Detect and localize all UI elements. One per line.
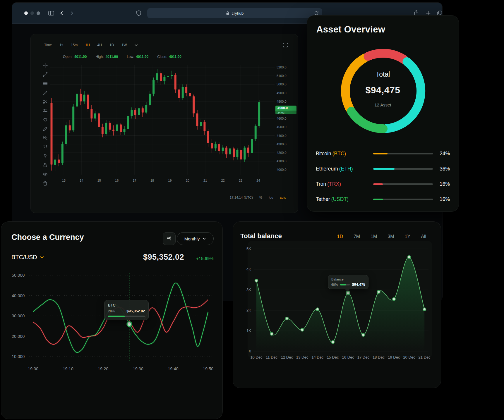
currency-panel: Choose a Currency Monthly BTC/USD $95,35… xyxy=(1,221,223,419)
asset-row-bitcoin[interactable]: Bitcoin(BTC) 24% xyxy=(316,146,450,161)
svg-text:4000.0: 4000.0 xyxy=(277,168,287,171)
asset-progress-fill xyxy=(373,199,383,200)
tooltip-label: Balance xyxy=(331,278,365,281)
svg-text:14 Dec: 14 Dec xyxy=(311,355,324,359)
auto-scale-button[interactable]: auto xyxy=(280,196,286,199)
svg-text:20: 20 xyxy=(186,179,189,182)
scissors-icon[interactable] xyxy=(43,99,48,104)
total-balance-panel: Total balance 1D 7M 1M 3M 1Y All 5K4K3K2… xyxy=(233,221,441,388)
candlestick-chart[interactable]: 1314151617181920212223245200.05100.05000… xyxy=(48,58,298,185)
svg-text:50.000: 50.000 xyxy=(12,273,25,278)
svg-text:19:00: 19:00 xyxy=(28,366,38,371)
svg-text:19:20: 19:20 xyxy=(98,366,108,371)
brush-icon[interactable] xyxy=(43,90,48,95)
window-control-minimize[interactable] xyxy=(30,11,34,15)
asset-progress-fill xyxy=(373,153,388,154)
svg-text:4K: 4K xyxy=(246,267,251,271)
svg-text:22: 22 xyxy=(221,179,224,182)
pin-icon[interactable] xyxy=(43,154,48,159)
address-bar[interactable]: cryhub xyxy=(147,8,322,18)
svg-text:11 Dec: 11 Dec xyxy=(266,355,278,359)
parallel-channel-icon[interactable] xyxy=(43,81,48,86)
svg-text:13 Dec: 13 Dec xyxy=(296,355,308,359)
new-tab-button[interactable] xyxy=(426,11,431,16)
svg-text:15 Dec: 15 Dec xyxy=(327,355,339,359)
window-control-close[interactable] xyxy=(24,11,28,15)
svg-text:0: 0 xyxy=(249,349,251,353)
svg-text:21 Dec: 21 Dec xyxy=(419,355,431,359)
svg-text:19:10: 19:10 xyxy=(63,366,73,371)
chart-tooltip: Balance 60% $94,475 xyxy=(328,275,368,289)
lock-icon[interactable] xyxy=(43,163,48,168)
window-control-zoom[interactable] xyxy=(37,11,40,15)
svg-text:19: 19 xyxy=(168,179,172,182)
asset-row-tether[interactable]: Tether(USDT) 16% xyxy=(316,192,450,207)
log-scale-button[interactable]: log xyxy=(269,196,273,199)
forward-button[interactable] xyxy=(69,11,74,16)
sliders-icon[interactable] xyxy=(43,108,48,113)
eye-icon[interactable] xyxy=(43,172,48,177)
pencil-icon[interactable] xyxy=(43,126,48,131)
timeframe-button-1h[interactable]: 1H xyxy=(85,43,90,47)
svg-text:16 Dec: 16 Dec xyxy=(342,355,354,359)
svg-text:17 Dec: 17 Dec xyxy=(357,355,370,359)
tooltip-value: $94,475 xyxy=(352,283,365,287)
svg-text:4800.0: 4800.0 xyxy=(277,100,287,103)
crosshair-icon[interactable] xyxy=(43,63,48,68)
percent-scale-button[interactable]: % xyxy=(259,196,262,199)
timeframe-button-15m[interactable]: 15m xyxy=(71,43,78,47)
svg-text:3K: 3K xyxy=(246,288,251,292)
svg-text:19 Dec: 19 Dec xyxy=(388,355,400,359)
tooltip-progress-track xyxy=(340,284,350,285)
tooltip-value: $95,352.02 xyxy=(126,309,145,313)
balance-area-chart[interactable]: 5K4K3K2K1K010 Dec11 Dec12 Dec13 Dec14 De… xyxy=(233,222,441,388)
asset-name: Tether xyxy=(316,196,330,202)
zoom-in-icon[interactable] xyxy=(43,135,48,140)
svg-text:18 Dec: 18 Dec xyxy=(373,355,385,359)
shield-icon[interactable] xyxy=(136,10,141,16)
tooltip-percent: 20% xyxy=(108,309,115,313)
time-label: Time xyxy=(44,43,52,47)
svg-text:5100.0: 5100.0 xyxy=(277,74,287,78)
svg-text:4900.0: 4900.0 xyxy=(277,91,287,95)
address-text: cryhub xyxy=(232,11,244,16)
timeframe-button-1s[interactable]: 1s xyxy=(59,43,63,47)
asset-percent: 16% xyxy=(433,196,450,202)
asset-symbol: (BTC) xyxy=(332,151,346,156)
tooltip-progress-fill xyxy=(340,284,346,285)
currency-line-chart[interactable]: 50.00040.00030.00020.00010.00019:0019:10… xyxy=(1,222,223,419)
svg-text:16: 16 xyxy=(115,179,119,182)
chart-clock: 17:14:14 (UTC) xyxy=(230,196,253,199)
total-value: $94,475 xyxy=(307,85,459,95)
asset-row-ethereum[interactable]: Ethereum(ETH) 36% xyxy=(316,161,450,176)
svg-text:5200.0: 5200.0 xyxy=(277,66,287,69)
heart-icon[interactable] xyxy=(43,117,48,122)
trash-icon[interactable] xyxy=(43,181,48,186)
window-controls xyxy=(24,11,40,15)
svg-text:4600.0: 4600.0 xyxy=(277,117,287,120)
asset-name: Bitcoin xyxy=(316,151,331,156)
tooltip-progress-track xyxy=(108,316,145,317)
back-button[interactable] xyxy=(59,11,64,16)
svg-text:24: 24 xyxy=(256,179,260,182)
timeframe-button-1w[interactable]: 1W xyxy=(121,43,127,47)
svg-text:12 Dec: 12 Dec xyxy=(281,355,293,359)
chevron-down-icon[interactable] xyxy=(134,44,138,46)
trendline-icon[interactable] xyxy=(43,72,48,77)
svg-text:14: 14 xyxy=(80,179,83,182)
svg-text:1K: 1K xyxy=(246,328,251,333)
sidebar-toggle-icon[interactable] xyxy=(48,11,54,16)
asset-row-tron[interactable]: Tron(TRX) 16% xyxy=(316,176,450,192)
asset-symbol: (ETH) xyxy=(339,166,353,172)
svg-text:4900.0: 4900.0 xyxy=(277,106,288,110)
refresh-button[interactable] xyxy=(314,11,319,16)
svg-text:30.000: 30.000 xyxy=(12,314,25,318)
timeframe-button-4h[interactable]: 4H xyxy=(97,43,102,47)
fullscreen-button[interactable] xyxy=(283,42,288,48)
asset-name: Ethereum xyxy=(316,166,338,172)
svg-text:4500.0: 4500.0 xyxy=(277,125,287,129)
magnet-icon[interactable] xyxy=(43,144,48,149)
svg-text:20 Dec: 20 Dec xyxy=(403,355,415,359)
asset-count: 12 Asset xyxy=(307,102,459,108)
timeframe-button-1d[interactable]: 1D xyxy=(109,43,114,47)
